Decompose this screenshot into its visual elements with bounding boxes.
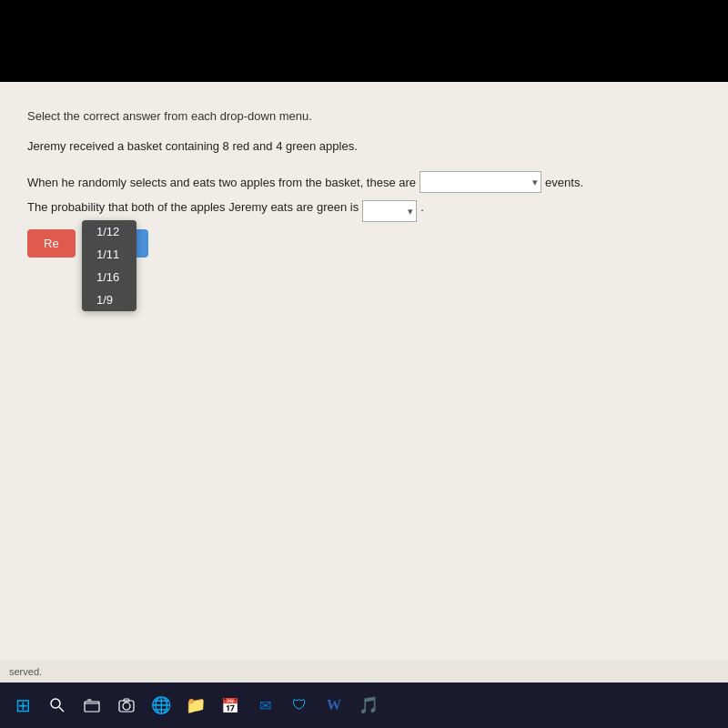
probability-dropdown-popup: 1/12 1/11 1/16 1/9 [82,220,136,311]
file-explorer-icon[interactable] [78,692,106,719]
edge-icon[interactable]: 🌐 [147,692,175,719]
reset-button[interactable]: Re [27,229,76,258]
folder-icon[interactable]: 📁 [182,692,209,719]
sentence-row-1: When he randomly selects and eats two ap… [27,171,701,193]
probability-dropdown[interactable]: 1/12 1/11 1/16 1/9 [362,200,417,222]
copyright-text: served. [9,666,42,677]
windows-start-icon[interactable]: ⊞ [9,692,36,719]
mail-icon[interactable]: ✉ [251,692,278,719]
instruction-text: Select the correct answer from each drop… [27,109,701,123]
word-icon[interactable]: W [320,692,348,719]
question-text: Jeremy received a basket containing 8 re… [27,139,701,153]
taskbar: ⊞ 🌐 📁 📅 ✉ 🛡 W 🎵 [0,682,728,728]
camera-icon[interactable] [113,692,140,719]
sentence1-part1: When he randomly selects and eats two ap… [27,176,416,189]
popup-item-1/9[interactable]: 1/9 [82,288,136,311]
events-dropdown[interactable]: dependent independent mutually exclusive [420,171,541,193]
popup-item-1/11[interactable]: 1/11 [82,243,136,266]
search-icon[interactable] [44,692,71,719]
calendar-icon[interactable]: 📅 [217,692,244,719]
sentence1-part2: events. [545,176,583,189]
svg-point-0 [51,699,60,708]
svg-point-4 [123,703,130,710]
copyright-bar: served. [0,661,728,682]
period: . [420,200,424,214]
popup-item-1/12[interactable]: 1/12 [82,220,136,243]
popup-item-1/16[interactable]: 1/16 [82,266,136,288]
sentence2-part1: The probability that both of the apples … [27,200,359,214]
sentence-row-2: The probability that both of the apples … [27,200,701,222]
dropdown1-wrapper: dependent independent mutually exclusive [420,171,541,193]
spotify-icon[interactable]: 🎵 [355,692,382,719]
main-screen: Select the correct answer from each drop… [0,82,728,682]
dropdown2-wrapper: 1/12 1/11 1/16 1/9 [362,200,417,222]
svg-line-1 [59,707,64,712]
top-black-bar [0,0,728,82]
shield-icon[interactable]: 🛡 [286,692,313,719]
button-row: Re 1/12 1/11 1/16 1/9 Next [27,229,701,258]
